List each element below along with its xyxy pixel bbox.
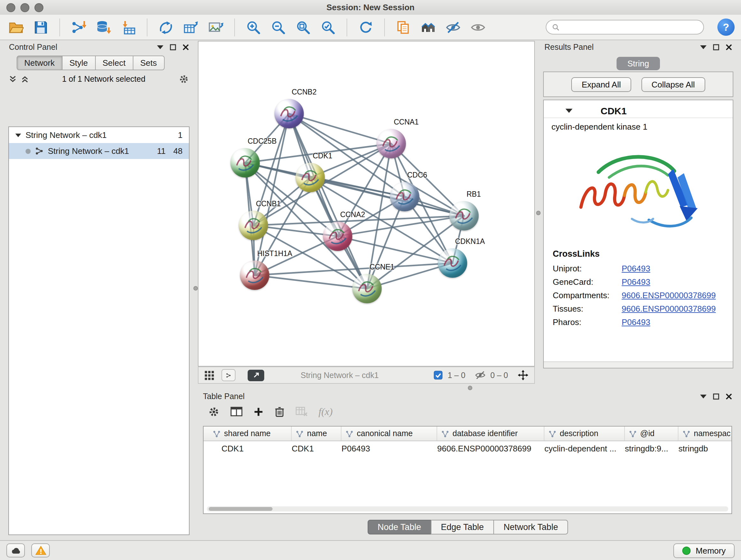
column-header-name[interactable]: name (292, 427, 341, 441)
close-panel-button[interactable] (726, 44, 732, 51)
node-hist1h1a[interactable] (240, 260, 269, 290)
tab-string[interactable]: String (616, 57, 660, 70)
node-ccna1[interactable] (377, 129, 406, 159)
show-all-button[interactable] (468, 17, 488, 37)
network-collection-row[interactable]: String Network – cdk1 1 (9, 127, 189, 143)
expand-all-button[interactable]: Expand All (571, 77, 631, 91)
edge-hist1h1a-ccne1[interactable] (255, 275, 367, 289)
table-horizontal-scrollbar[interactable] (207, 506, 728, 511)
column-header-canonical-name[interactable]: canonical name (341, 427, 437, 441)
clone-network-button[interactable] (156, 17, 176, 37)
hide-selected-button[interactable] (444, 17, 463, 37)
node-ccnb1[interactable] (239, 211, 268, 240)
tab-edge-table[interactable]: Edge Table (430, 520, 494, 535)
warnings-button[interactable] (31, 543, 50, 557)
scrollbar-thumb[interactable] (209, 507, 273, 511)
zoom-in-button[interactable] (244, 17, 263, 37)
panel-menu-button[interactable] (157, 45, 163, 49)
node-ccnb2[interactable] (274, 99, 304, 128)
protein-description: cyclin-dependent kinase 1 (544, 118, 733, 133)
crosslink-link-compartments[interactable]: 9606.ENSP00000378699 (622, 291, 716, 300)
memory-button[interactable]: Memory (673, 543, 735, 558)
float-panel-button[interactable] (713, 44, 719, 51)
table-row[interactable]: CDK1CDK1P064939606.ENSP00000378699cyclin… (204, 441, 731, 455)
import-network-file-button[interactable] (69, 17, 88, 37)
cloud-status-button[interactable] (6, 543, 25, 557)
import-table-button[interactable] (119, 17, 138, 37)
tab-network-table[interactable]: Network Table (493, 520, 568, 535)
node-cdc25b[interactable] (230, 148, 260, 178)
edge-ccnb2-ccna1[interactable] (289, 114, 391, 144)
export-image-button[interactable] (206, 17, 225, 37)
selected-checkbox-icon[interactable] (434, 370, 443, 380)
protein-card-header[interactable]: CDK1 (544, 100, 733, 118)
show-columns-button[interactable] (230, 406, 243, 417)
network-canvas[interactable]: CCNB2CCNA1CDC25BCDK1CDC6RB1CCNB1CCNA2CDK… (198, 41, 535, 367)
network-row-selected[interactable]: String Network – cdk1 11 48 (9, 143, 189, 159)
protein-thumbnail-image (230, 148, 260, 178)
table-options-button[interactable] (208, 406, 219, 417)
float-panel-button[interactable] (713, 393, 719, 400)
node-ccne1[interactable] (352, 274, 382, 303)
protein-card-scrollbar[interactable] (544, 361, 733, 368)
tab-style[interactable]: Style (62, 56, 95, 70)
column-header-namespac[interactable]: namespac (678, 427, 732, 441)
node-cdk1[interactable] (295, 163, 325, 192)
table-panel-title: Table Panel (203, 392, 245, 401)
collapse-all-button[interactable]: Collapse All (642, 77, 705, 91)
crosslink-link-uniprot[interactable]: P06493 (622, 264, 650, 273)
node-rb1[interactable] (449, 201, 479, 231)
close-panel-button[interactable] (726, 393, 732, 400)
toolbar-separator (347, 18, 347, 36)
create-column-button[interactable] (253, 407, 264, 417)
panel-menu-button[interactable] (700, 395, 706, 398)
export-table-button[interactable] (181, 17, 200, 37)
results-panel: Results Panel String Expand All Collapse… (539, 41, 737, 390)
table-export-icon (183, 19, 199, 35)
zoom-fit-button[interactable] (293, 17, 313, 37)
open-session-button[interactable] (6, 17, 25, 37)
horizontal-splitter-handle[interactable] (468, 386, 472, 390)
new-network-from-selection-button[interactable] (394, 17, 413, 37)
network-type-button[interactable] (221, 369, 235, 381)
vertical-splitter-handle[interactable] (536, 211, 541, 215)
delete-column-button[interactable] (274, 406, 285, 417)
column-header-shared-name[interactable]: shared name (209, 427, 292, 441)
network-options-button[interactable] (179, 74, 189, 84)
import-network-database-button[interactable] (94, 17, 113, 37)
node-cdkn1a[interactable] (438, 248, 467, 278)
crosslink-link-genecard[interactable]: P06493 (622, 277, 650, 287)
tab-select[interactable]: Select (95, 56, 133, 70)
first-neighbors-button[interactable] (419, 17, 438, 37)
edge-ccnb2-ccne1[interactable] (289, 114, 367, 289)
vertical-splitter-handle[interactable] (193, 286, 198, 291)
save-session-button[interactable] (31, 17, 51, 37)
node-ccna2[interactable] (323, 222, 352, 251)
hidden-eye-slash-icon[interactable] (475, 370, 486, 381)
tab-sets[interactable]: Sets (132, 56, 164, 70)
tab-node-table[interactable]: Node Table (367, 520, 431, 535)
zoom-out-button[interactable] (269, 17, 288, 37)
detach-view-button[interactable] (248, 369, 264, 381)
collapse-all-button[interactable] (9, 75, 17, 83)
birdseye-view-button[interactable] (204, 370, 214, 380)
string-actions-box: Expand All Collapse All (543, 71, 733, 97)
column-header-description[interactable]: description (544, 427, 625, 441)
node-cdc6[interactable] (390, 182, 419, 211)
panel-menu-button[interactable] (700, 45, 706, 49)
pan-crosshair-icon[interactable] (518, 370, 529, 381)
refresh-view-button[interactable] (356, 17, 375, 37)
help-button[interactable]: ? (718, 18, 735, 36)
zoom-selected-button[interactable] (319, 17, 338, 37)
float-panel-button[interactable] (170, 44, 176, 51)
column-header-id[interactable]: @id (625, 427, 678, 441)
column-header-database-identifier[interactable]: database identifier (437, 427, 544, 441)
crosslink-link-pharos[interactable]: P06493 (622, 317, 650, 327)
expand-all-button[interactable] (21, 75, 29, 83)
tab-network[interactable]: Network (17, 56, 62, 70)
crosslink-label: Pharos: (553, 317, 622, 327)
search-input[interactable] (563, 22, 697, 32)
close-panel-button[interactable] (183, 44, 189, 51)
crosslink-link-tissues[interactable]: 9606.ENSP00000378699 (622, 304, 716, 314)
function-builder-button[interactable]: f(x) (319, 406, 333, 417)
